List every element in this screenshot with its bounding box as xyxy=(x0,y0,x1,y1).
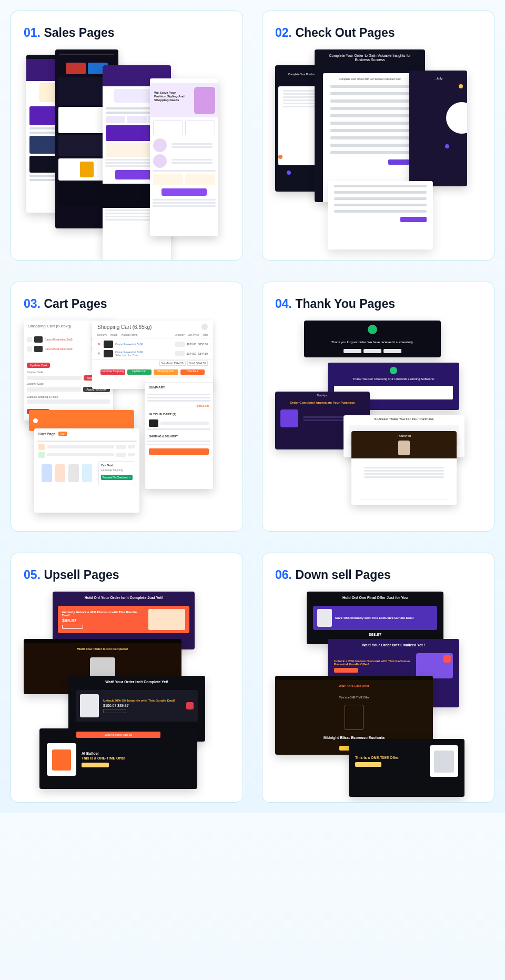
mock-page: ThankYou xyxy=(351,431,457,505)
preview-stage: Hold On! One Final Offer Just for You Sa… xyxy=(275,592,481,792)
card-label: Sales Pages xyxy=(44,26,114,39)
card-checkout-pages: 02. Check Out Pages Complete Your Purcha… xyxy=(262,11,494,261)
preview-stage: We Solve Your Fashion Styling And Shoppi… xyxy=(24,49,230,249)
card-title: 01. Sales Pages xyxy=(24,26,230,40)
mock-page: …fully xyxy=(409,71,467,186)
card-thankyou-pages: 04. Thank You Pages Thank you for your o… xyxy=(262,282,494,532)
mock-cart: Cart Page Cart Cart Total Calculate Ship… xyxy=(34,428,139,513)
checkout-headline: Complete Your Order to Gain Valuable Ins… xyxy=(315,49,425,67)
card-grid: 01. Sales Pages xyxy=(11,11,494,803)
card-upsell-pages: 05. Upsell Pages Hold On! Your Order Isn… xyxy=(11,553,243,803)
preview-stage: Complete Your Purchase Complete Your Ord… xyxy=(275,49,481,249)
card-number: 04. xyxy=(275,297,292,311)
card-number: 05. xyxy=(24,568,41,582)
card-label: Down sell Pages xyxy=(295,568,391,582)
card-number: 02. xyxy=(275,26,292,39)
card-number: 06. xyxy=(275,568,292,582)
card-title: 05. Upsell Pages xyxy=(24,568,230,582)
card-title: 02. Check Out Pages xyxy=(275,26,481,40)
card-cart-pages: 03. Cart Pages Shopping Cart (6.65kg) Ca… xyxy=(11,282,243,532)
mock-summary: SUMMARY $48.07.6 IN YOUR CART (1) SHIPPI… xyxy=(145,378,213,489)
card-sales-pages: 01. Sales Pages xyxy=(11,11,243,261)
card-number: 03. xyxy=(24,297,41,311)
mock-page: Thank you for your order. We have receiv… xyxy=(304,321,441,357)
card-title: 03. Cart Pages xyxy=(24,297,230,311)
mock-page: This is a ONE-TIME Offer xyxy=(349,739,464,797)
card-downsell-pages: 06. Down sell Pages Hold On! One Final O… xyxy=(262,553,494,803)
preview-stage: Shopping Cart (6.65kg) Canon Powershot S… xyxy=(24,321,230,521)
preview-stage: Thank you for your order. We have receiv… xyxy=(275,321,481,521)
mock-page: Complete Your Order to Gain Valuable Ins… xyxy=(315,49,425,202)
card-label: Thank You Pages xyxy=(295,297,395,311)
card-number: 01. xyxy=(24,26,41,39)
mock-page: Hold On! One Final Offer Just for You Sa… xyxy=(307,592,443,644)
mock-page: Wait! Before you go AI Builder This is a… xyxy=(39,728,197,789)
mock-page xyxy=(328,181,433,249)
mock-bar xyxy=(29,410,134,431)
card-label: Cart Pages xyxy=(44,297,107,311)
card-label: Upsell Pages xyxy=(44,568,119,582)
card-title: 06. Down sell Pages xyxy=(275,568,481,582)
mock-page: We Solve Your Fashion Styling And Shoppi… xyxy=(150,78,218,236)
card-title: 04. Thank You Pages xyxy=(275,297,481,311)
card-label: Check Out Pages xyxy=(295,26,395,39)
preview-stage: Hold On! Your Order Isn't Complete Just … xyxy=(24,592,230,792)
